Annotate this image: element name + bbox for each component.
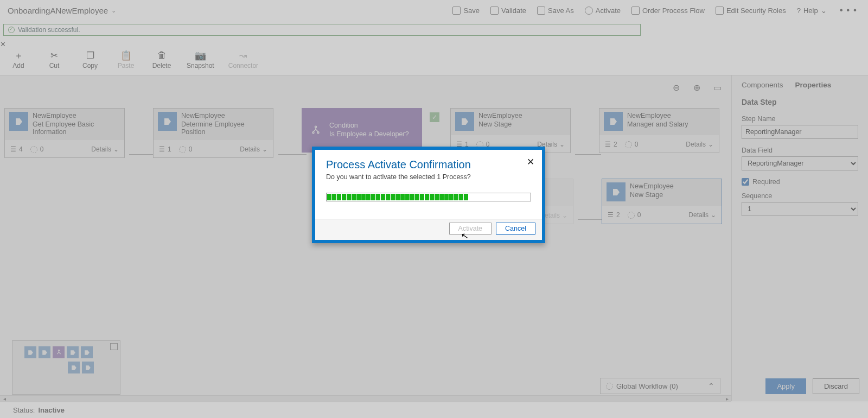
modal-activate-button: Activate bbox=[449, 223, 492, 235]
close-icon[interactable]: ✕ bbox=[527, 156, 534, 168]
activate-confirmation-dialog: ✕ Process Activate Confirmation Do you w… bbox=[312, 147, 545, 243]
modal-title: Process Activate Confirmation bbox=[326, 159, 531, 171]
modal-message: Do you want to activate the selected 1 P… bbox=[326, 173, 531, 181]
progress-bar bbox=[326, 193, 531, 201]
modal-cancel-button[interactable]: Cancel bbox=[496, 223, 535, 235]
